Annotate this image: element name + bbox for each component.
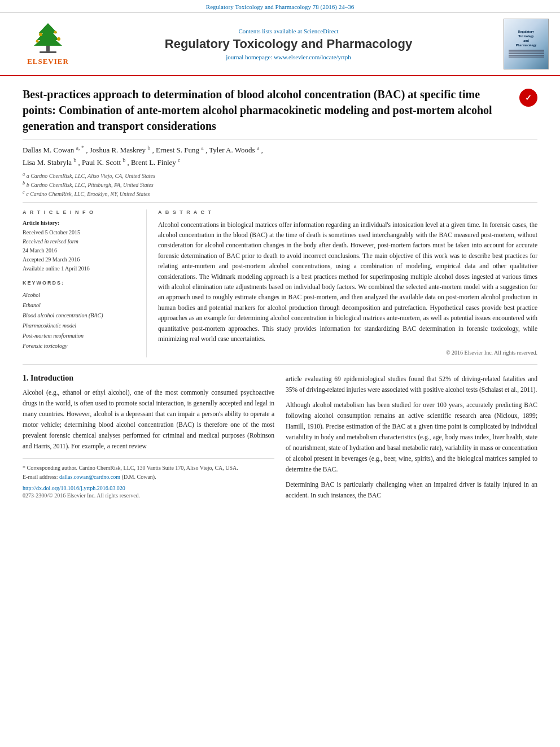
journal-title-section: Contents lists available at ScienceDirec… <box>90 28 487 60</box>
article-title-section: Best-practices approach to determination… <box>23 76 537 140</box>
elsevier-logo: ELSEVIER <box>11 22 85 66</box>
homepage-label: journal homepage: <box>226 54 272 60</box>
keywords-heading: KEYWORDS: <box>23 280 137 286</box>
intro-body-text: Alcohol (e.g., ethanol or ethyl alcohol)… <box>23 387 274 452</box>
issn-line: 0273-2300/© 2016 Elsevier Inc. All right… <box>23 492 274 499</box>
accepted-date: Accepted 29 March 2016 <box>23 255 137 264</box>
author-sep2: , Ernest S. Fung <box>152 146 202 154</box>
author-lisa: Lisa M. Stabryla <box>23 159 73 167</box>
intro-para-right2: Although alcohol metabolism has been stu… <box>286 400 537 475</box>
article-history: Article history: Received 5 October 2015… <box>23 220 137 273</box>
affil-c1: c <box>178 157 180 163</box>
crossmark-icon: ✓ <box>519 89 537 107</box>
cover-lines-decoration <box>509 49 544 58</box>
keyword-postmortem: Post-mortem neoformation <box>23 331 137 341</box>
svg-point-6 <box>54 31 57 34</box>
author-sep1: , Joshua R. Maskrey <box>86 146 147 154</box>
article-info-abstract-section: A R T I C L E I N F O Article history: R… <box>23 203 537 365</box>
author-dallas: Dallas M. Cowan <box>23 146 76 154</box>
email-footnote: E-mail address: dallas.cowan@cardno.com … <box>23 473 274 482</box>
science-direct-link-text[interactable]: ScienceDirect <box>304 28 339 34</box>
affil-a2: a <box>201 145 203 151</box>
journal-name: Regulatory Toxicology and Pharmacology <box>90 37 487 51</box>
article-info-heading: A R T I C L E I N F O <box>23 209 137 215</box>
article-title-container: Best-practices approach to determination… <box>23 86 509 134</box>
journal-citation-text: Regulatory Toxicology and Pharmacology 7… <box>206 3 354 10</box>
history-label: Article history: <box>23 220 137 226</box>
intro-para-right3: Determining BAC is particularly challeng… <box>286 479 537 501</box>
abstract-text: Alcohol concentrations in biological mat… <box>158 220 537 358</box>
email-link[interactable]: dallas.cowan@cardno.com <box>59 474 120 480</box>
science-direct-text: Contents lists available at ScienceDirec… <box>90 28 487 34</box>
svg-text:✓: ✓ <box>525 93 532 102</box>
received-revised-date: 24 March 2016 <box>23 246 137 255</box>
affil-a3: a <box>257 145 259 151</box>
svg-point-8 <box>57 37 60 41</box>
author-sep5: , Paul K. Scott <box>78 159 123 167</box>
received-revised-label: Received in revised form <box>23 237 137 246</box>
affiliation-a: a a Cardno ChemRisk, LLC, Aliso Viejo, C… <box>23 171 537 180</box>
cover-title-text: RegulatoryToxicologyandPharmacology <box>516 30 537 47</box>
author-sep4: , <box>261 146 262 154</box>
elsevier-text: ELSEVIER <box>27 57 69 66</box>
svg-point-5 <box>39 33 42 36</box>
elsevier-logo-section: ELSEVIER <box>11 22 85 66</box>
body-section: 1. Introduction Alcohol (e.g., ethanol o… <box>23 365 537 505</box>
elsevier-tree-icon <box>23 22 73 56</box>
abstract-heading: A B S T R A C T <box>158 209 537 215</box>
main-content: Best-practices approach to determination… <box>0 76 560 505</box>
svg-rect-1 <box>40 51 56 53</box>
homepage-url[interactable]: www.elsevier.com/locate/yrtph <box>274 54 351 60</box>
received-date: Received 5 October 2015 <box>23 228 137 237</box>
contents-label: Contents lists available at <box>238 28 303 34</box>
author-sep6: , Brent L. Finley <box>128 159 178 167</box>
author-sep3: , Tyler A. Woods <box>205 146 257 154</box>
keyword-pk: Pharmacokinetic model <box>23 321 137 331</box>
email-suffix-text: (D.M. Cowan). <box>122 474 156 480</box>
footnote-section: * Corresponding author. Cardno ChemRisk,… <box>23 458 274 499</box>
affiliations-section: a a Cardno ChemRisk, LLC, Aliso Viejo, C… <box>23 171 537 199</box>
affil-b2: b <box>73 157 76 163</box>
affil-b1: b <box>147 145 150 151</box>
affil-a1: a, * <box>76 145 84 151</box>
doi-section: http://dx.doi.org/10.1016/j.yrtph.2016.0… <box>23 482 274 492</box>
affiliation-c: c c Cardno ChemRisk, LLC, Brooklyn, NY, … <box>23 189 537 198</box>
journal-header: ELSEVIER Contents lists available at Sci… <box>0 13 560 76</box>
affiliation-b: b b Cardno ChemRisk, LLC, Pittsburgh, PA… <box>23 180 537 189</box>
keywords-section: KEYWORDS: Alcohol Ethanol Blood alcohol … <box>23 280 137 351</box>
keyword-bac: Blood alcohol concentration (BAC) <box>23 311 137 321</box>
intro-heading: 1. Introduction <box>23 374 274 383</box>
journal-cover-section: RegulatoryToxicologyandPharmacology <box>492 19 549 69</box>
intro-para-right1: article evaluating 69 epidemiological st… <box>286 374 537 395</box>
intro-paragraph1: Alcohol (e.g., ethanol or ethyl alcohol)… <box>23 387 274 452</box>
keyword-ethanol: Ethanol <box>23 300 137 311</box>
email-label-text: E-mail address: <box>23 474 58 480</box>
copyright-line: © 2016 Elsevier Inc. All rights reserved… <box>158 348 537 357</box>
article-info-col: A R T I C L E I N F O Article history: R… <box>23 209 147 358</box>
svg-point-7 <box>36 40 39 43</box>
authors-line: Dallas M. Cowan a, * , Joshua R. Maskrey… <box>23 145 537 155</box>
affil-b3: b <box>123 157 125 163</box>
authors-line2: Lisa M. Stabryla b , Paul K. Scott b , B… <box>23 157 537 167</box>
corresponding-text: * Corresponding author. Cardno ChemRisk,… <box>23 465 238 471</box>
body-right-col: article evaluating 69 epidemiological st… <box>286 374 537 505</box>
intro-right-text: article evaluating 69 epidemiological st… <box>286 374 537 501</box>
available-date: Available online 1 April 2016 <box>23 264 137 273</box>
journal-homepage-line: journal homepage: www.elsevier.com/locat… <box>90 54 487 60</box>
abstract-col: A B S T R A C T Alcohol concentrations i… <box>158 209 537 358</box>
journal-citation-bar: Regulatory Toxicology and Pharmacology 7… <box>0 0 560 13</box>
corresponding-footnote: * Corresponding author. Cardno ChemRisk,… <box>23 464 274 473</box>
doi-text[interactable]: http://dx.doi.org/10.1016/j.yrtph.2016.0… <box>23 485 125 491</box>
crossmark-section: ✓ <box>515 86 537 134</box>
journal-cover-image: RegulatoryToxicologyandPharmacology <box>504 19 549 69</box>
keyword-forensic: Forensic toxicology <box>23 341 137 351</box>
body-left-col: 1. Introduction Alcohol (e.g., ethanol o… <box>23 374 274 505</box>
keyword-alcohol: Alcohol <box>23 290 137 300</box>
abstract-paragraph: Alcohol concentrations in biological mat… <box>158 220 537 344</box>
authors-section: Dallas M. Cowan a, * , Joshua R. Maskrey… <box>23 140 537 203</box>
article-title: Best-practices approach to determination… <box>23 86 509 134</box>
